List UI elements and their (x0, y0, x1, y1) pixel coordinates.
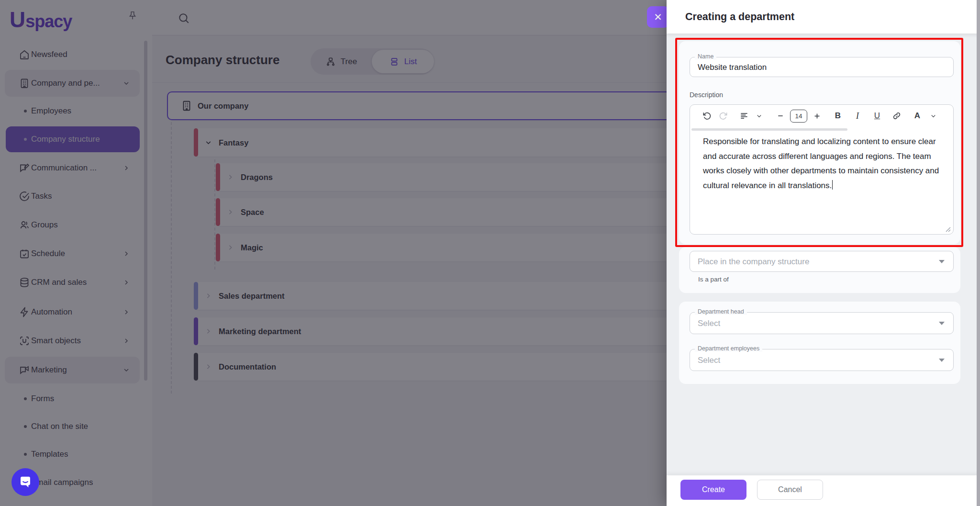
name-input-value: Website translation (698, 57, 767, 78)
text-color-icon[interactable]: A (910, 109, 924, 123)
creating-department-panel: Creating a department Name Website trans… (667, 0, 980, 506)
undo-icon[interactable] (700, 109, 714, 123)
description-label: Description (690, 91, 723, 99)
dropdown-caret-icon (939, 359, 945, 362)
description-text-value: Responsible for translating and localizi… (703, 137, 939, 190)
bold-icon[interactable]: B (831, 109, 845, 123)
dropdown-caret-icon (939, 322, 945, 325)
link-icon[interactable] (890, 109, 904, 123)
description-toolbar: 14 B I U A (690, 105, 953, 127)
chevron-down-icon[interactable] (752, 109, 766, 123)
chevron-down-icon[interactable] (926, 109, 940, 123)
place-helper-text: Is a part of (698, 276, 729, 283)
department-head-placeholder: Select (698, 313, 720, 335)
font-size-increase-icon[interactable] (810, 109, 824, 123)
panel-footer: Create Cancel (667, 475, 980, 506)
resize-handle-icon[interactable] (944, 225, 951, 232)
underline-icon[interactable]: U (870, 109, 884, 123)
align-icon[interactable] (737, 109, 751, 123)
window-scrollbar[interactable] (977, 0, 980, 506)
place-select[interactable]: Place in the company structure (690, 251, 954, 272)
toolbar-scrollbar[interactable] (691, 128, 847, 131)
italic-icon[interactable]: I (850, 109, 865, 123)
description-text[interactable]: Responsible for translating and localizi… (703, 135, 940, 193)
app-screen: Uspacy Newsfeed Company and pe... Employ… (0, 0, 980, 506)
department-head-select[interactable]: Department head Select (690, 312, 954, 334)
chat-bubble-icon (17, 474, 33, 490)
panel-header: Creating a department (667, 0, 980, 34)
name-input[interactable]: Name Website translation (690, 57, 954, 77)
place-card: Place in the company structure Is a part… (679, 247, 960, 293)
department-employees-placeholder: Select (698, 349, 720, 371)
dropdown-caret-icon (939, 260, 945, 263)
members-card: Department head Select Department employ… (679, 302, 960, 384)
close-icon: ✕ (654, 11, 662, 23)
close-panel-button[interactable]: ✕ (647, 6, 669, 28)
description-editor[interactable]: 14 B I U A Responsible for translating a… (690, 104, 954, 235)
panel-title: Creating a department (685, 11, 794, 23)
redo-icon[interactable] (716, 109, 731, 123)
place-select-placeholder: Place in the company structure (698, 251, 809, 272)
text-cursor (832, 180, 833, 190)
cancel-button[interactable]: Cancel (757, 480, 823, 500)
modal-dim-overlay[interactable] (0, 0, 667, 506)
font-size-value[interactable]: 14 (790, 109, 807, 123)
department-employees-select[interactable]: Department employees Select (690, 349, 954, 371)
create-button[interactable]: Create (680, 480, 746, 500)
font-size-decrease-icon[interactable] (773, 109, 788, 123)
chat-widget-button[interactable] (11, 468, 39, 496)
